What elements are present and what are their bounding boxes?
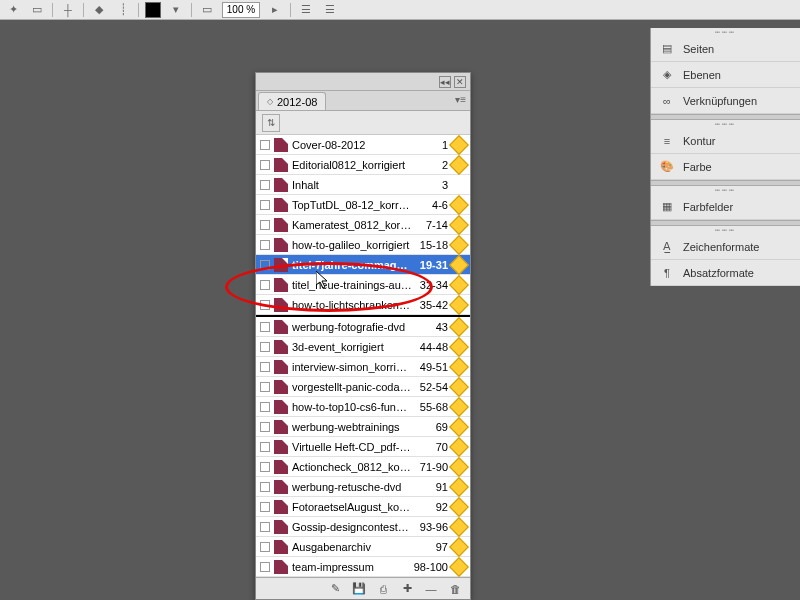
checkbox[interactable] xyxy=(260,342,270,352)
checkbox[interactable] xyxy=(260,382,270,392)
document-row[interactable]: 3d-event_korrigiert44-48 xyxy=(256,337,470,357)
document-list: Cover-08-20121Editorial0812_korrigiert2I… xyxy=(256,135,470,577)
checkbox[interactable] xyxy=(260,562,270,572)
document-row[interactable]: FotoraetselAugust_korrigiert92 xyxy=(256,497,470,517)
panel-item-farbfelder[interactable]: ▦Farbfelder xyxy=(651,194,800,220)
page-range: 4-6 xyxy=(412,199,450,211)
document-row[interactable]: vorgestellt-panic-coda_korrigiert52-54 xyxy=(256,377,470,397)
panel-grip[interactable]: ┅┅┅ xyxy=(651,186,800,194)
tool-icon[interactable]: ┼ xyxy=(59,2,77,18)
tool-icon[interactable]: ◆ xyxy=(90,2,108,18)
checkbox[interactable] xyxy=(260,462,270,472)
add-icon[interactable]: ✚ xyxy=(400,582,414,596)
document-row[interactable]: how-to-top10-cs6-funktionen-dreamweav...… xyxy=(256,397,470,417)
checkbox[interactable] xyxy=(260,482,270,492)
document-row[interactable]: werbung-webtrainings69 xyxy=(256,417,470,437)
panel-item-label: Farbe xyxy=(683,161,712,173)
panel-item-absatzformate[interactable]: ¶Absatzformate xyxy=(651,260,800,286)
panel-grip[interactable]: ┅┅┅ xyxy=(651,120,800,128)
document-name: FotoraetselAugust_korrigiert xyxy=(292,501,412,513)
panel-titlebar[interactable]: ◂◂ ✕ xyxy=(256,73,470,91)
document-row[interactable]: Actioncheck_0812_korrigiert71-90 xyxy=(256,457,470,477)
zoom-input[interactable]: 100 % xyxy=(222,2,260,18)
indesign-doc-icon xyxy=(274,520,288,534)
align-icon[interactable]: ☰ xyxy=(297,2,315,18)
book-tab[interactable]: ◇ 2012-08 xyxy=(258,92,326,110)
panel-item-ebenen[interactable]: ◈Ebenen xyxy=(651,62,800,88)
tool-icon[interactable]: ┊ xyxy=(114,2,132,18)
chevron-down-icon[interactable]: ▾ xyxy=(167,2,185,18)
close-icon[interactable]: ✕ xyxy=(454,76,466,88)
panel-item-farbe[interactable]: 🎨Farbe xyxy=(651,154,800,180)
print-icon[interactable]: ⎙ xyxy=(376,582,390,596)
panel-item-kontur[interactable]: ≡Kontur xyxy=(651,128,800,154)
document-name: Cover-08-2012 xyxy=(292,139,412,151)
trash-icon[interactable]: 🗑 xyxy=(448,582,462,596)
panel-grip[interactable]: ┅┅┅ xyxy=(651,226,800,234)
document-row[interactable]: Virtuelle Heft-CD_pdf-tutorial_korrigier… xyxy=(256,437,470,457)
save-icon[interactable]: 💾 xyxy=(352,582,366,596)
indesign-doc-icon xyxy=(274,480,288,494)
fill-swatch[interactable] xyxy=(145,2,161,18)
document-row[interactable]: Cover-08-20121 xyxy=(256,135,470,155)
document-row[interactable]: Inhalt3 xyxy=(256,175,470,195)
panel-item-verknüpfungen[interactable]: ∞Verknüpfungen xyxy=(651,88,800,114)
document-row[interactable]: titel_neue-trainings-august_korrigiert32… xyxy=(256,275,470,295)
checkbox[interactable] xyxy=(260,260,270,270)
panel-grip[interactable]: ┅┅┅ xyxy=(651,28,800,36)
preflight-icon[interactable]: ✎ xyxy=(328,582,342,596)
indesign-doc-icon xyxy=(274,258,288,272)
sync-source-row: ⇅ xyxy=(256,111,470,135)
document-row[interactable]: Ausgabenarchiv97 xyxy=(256,537,470,557)
checkbox[interactable] xyxy=(260,200,270,210)
document-row[interactable]: how-to-lichtschrankenfotografie_korrigie… xyxy=(256,295,470,315)
checkbox[interactable] xyxy=(260,160,270,170)
tool-icon[interactable]: ▭ xyxy=(198,2,216,18)
page-range: 98-100 xyxy=(412,561,450,573)
tool-icon[interactable]: ▭ xyxy=(28,2,46,18)
page-range: 19-31 xyxy=(412,259,450,271)
collapse-icon[interactable]: ◂◂ xyxy=(439,76,451,88)
warning-icon xyxy=(449,135,469,155)
checkbox[interactable] xyxy=(260,300,270,310)
document-name: Virtuelle Heft-CD_pdf-tutorial_korrigier… xyxy=(292,441,412,453)
checkbox[interactable] xyxy=(260,362,270,372)
checkbox[interactable] xyxy=(260,422,270,432)
checkbox[interactable] xyxy=(260,240,270,250)
panel-item-zeichenformate[interactable]: A̲Zeichenformate xyxy=(651,234,800,260)
document-row[interactable]: Editorial0812_korrigiert2 xyxy=(256,155,470,175)
document-row[interactable]: how-to-galileo_korrigiert15-18 xyxy=(256,235,470,255)
panel-menu-icon[interactable]: ▾≡ xyxy=(455,94,466,105)
checkbox[interactable] xyxy=(260,280,270,290)
document-row[interactable]: team-impressum98-100 xyxy=(256,557,470,577)
links-icon: ∞ xyxy=(659,93,675,109)
checkbox[interactable] xyxy=(260,522,270,532)
checkbox[interactable] xyxy=(260,542,270,552)
indesign-doc-icon xyxy=(274,238,288,252)
checkbox[interactable] xyxy=(260,502,270,512)
checkbox[interactable] xyxy=(260,140,270,150)
page-range: 92 xyxy=(412,501,450,513)
document-row[interactable]: interview-simon_korrigiert49-51 xyxy=(256,357,470,377)
checkbox[interactable] xyxy=(260,220,270,230)
checkbox[interactable] xyxy=(260,402,270,412)
checkbox[interactable] xyxy=(260,322,270,332)
panel-item-seiten[interactable]: ▤Seiten xyxy=(651,36,800,62)
document-name: Actioncheck_0812_korrigiert xyxy=(292,461,412,473)
document-row[interactable]: werbung-retusche-dvd91 xyxy=(256,477,470,497)
remove-icon[interactable]: — xyxy=(424,582,438,596)
indesign-doc-icon xyxy=(274,400,288,414)
document-row[interactable]: titel-7jahre-commag_korrigiert19-31 xyxy=(256,255,470,275)
checkbox[interactable] xyxy=(260,180,270,190)
checkbox[interactable] xyxy=(260,442,270,452)
document-row[interactable]: werbung-fotografie-dvd43 xyxy=(256,317,470,337)
chevron-right-icon[interactable]: ▸ xyxy=(266,2,284,18)
align-icon[interactable]: ☰ xyxy=(321,2,339,18)
document-row[interactable]: Gossip-designcontests_korrigiert93-96 xyxy=(256,517,470,537)
indesign-doc-icon xyxy=(274,298,288,312)
document-row[interactable]: TopTutDL_08-12_korrigiert4-6 xyxy=(256,195,470,215)
sync-source-icon[interactable]: ⇅ xyxy=(262,114,280,132)
document-row[interactable]: Kameratest_0812_korrigiert7-14 xyxy=(256,215,470,235)
page-range: 43 xyxy=(412,321,450,333)
tool-icon[interactable]: ✦ xyxy=(4,2,22,18)
